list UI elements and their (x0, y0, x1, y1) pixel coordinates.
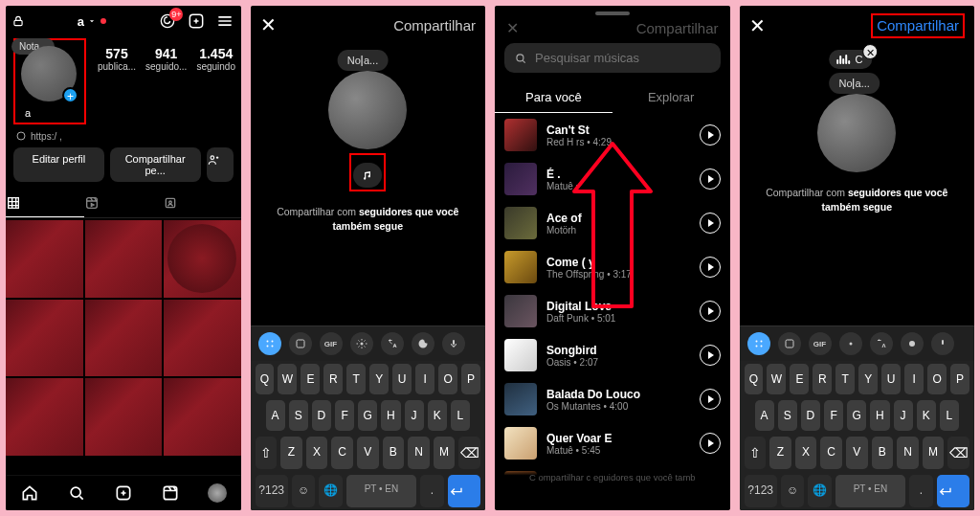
stat-followers[interactable]: 941 seguido... (145, 46, 187, 72)
post-thumb[interactable] (164, 378, 241, 456)
kbd-gif-icon[interactable]: GIF (320, 332, 343, 355)
post-thumb[interactable] (6, 300, 83, 377)
post-thumb[interactable] (85, 220, 163, 298)
tab-tagged[interactable] (163, 190, 241, 217)
share-audience-label[interactable]: Compartilhar com seguidores que você tam… (251, 195, 486, 242)
kbd-sticker-icon[interactable] (778, 332, 801, 355)
kbd-translate-icon[interactable] (381, 332, 404, 355)
song-row[interactable]: Balada Do LoucoOs Mutantes • 4:00 (495, 377, 730, 421)
play-icon[interactable] (700, 124, 721, 146)
nav-profile-avatar[interactable] (208, 483, 227, 503)
song-row[interactable]: Digital LoveDaft Punk • 5:01 (495, 289, 730, 333)
play-icon[interactable] (700, 433, 721, 454)
key-e[interactable]: E (301, 364, 320, 394)
music-search-field[interactable] (504, 43, 721, 73)
nav-home-icon[interactable] (20, 483, 39, 503)
username-dropdown[interactable]: a (78, 14, 106, 29)
key-g[interactable]: G (847, 400, 866, 431)
song-row[interactable]: Ace ofMotörh (495, 201, 730, 245)
stat-posts[interactable]: 575 publica... (98, 46, 136, 72)
note-input-bubble[interactable]: Noa... (829, 73, 879, 94)
share-profile-button[interactable]: Compartilhar pe... (110, 147, 201, 182)
key-w[interactable]: W (278, 364, 297, 394)
post-thumb[interactable] (164, 300, 241, 377)
key-z[interactable]: Z (280, 437, 302, 469)
key-n[interactable]: N (408, 437, 430, 469)
key-f[interactable]: F (824, 400, 843, 431)
add-music-button[interactable] (353, 163, 382, 188)
key-enter[interactable] (448, 475, 480, 507)
key-numbers[interactable]: ?123 (745, 475, 777, 507)
key-w[interactable]: W (767, 364, 786, 394)
stat-following[interactable]: 1.454 seguindo (196, 46, 235, 72)
key-a[interactable]: A (755, 400, 774, 431)
nav-search-icon[interactable] (67, 483, 86, 503)
play-icon[interactable] (700, 168, 721, 190)
key-backspace[interactable]: ⌫ (458, 437, 480, 469)
key-n[interactable]: N (897, 437, 919, 469)
key-l[interactable]: L (940, 400, 959, 431)
nav-create-icon[interactable] (114, 483, 133, 503)
key-x[interactable]: X (795, 437, 817, 469)
key-y[interactable]: Y (369, 364, 389, 394)
key-shift[interactable]: ⇧ (745, 437, 767, 469)
key-f[interactable]: F (335, 400, 354, 431)
sheet-handle[interactable] (595, 11, 630, 15)
key-r[interactable]: R (813, 364, 832, 394)
key-a[interactable]: A (266, 400, 285, 431)
key-s[interactable]: S (778, 400, 797, 431)
key-p[interactable]: P (461, 364, 480, 394)
key-j[interactable]: J (405, 400, 424, 431)
key-period[interactable]: . (420, 475, 443, 507)
tab-reels[interactable] (84, 190, 163, 217)
key-q[interactable]: Q (745, 364, 764, 394)
post-thumb[interactable] (6, 220, 83, 298)
post-thumb[interactable] (85, 300, 163, 377)
key-q[interactable]: Q (256, 364, 275, 394)
tab-explore[interactable]: Explorar (612, 82, 730, 113)
discover-people-button[interactable] (207, 147, 234, 182)
post-thumb[interactable] (164, 220, 241, 298)
play-icon[interactable] (700, 389, 721, 410)
menu-icon[interactable] (215, 11, 234, 31)
key-y[interactable]: Y (858, 364, 878, 394)
kbd-theme-icon[interactable] (412, 332, 434, 355)
key-backspace[interactable]: ⌫ (947, 437, 969, 469)
kbd-settings-icon[interactable] (350, 332, 373, 355)
share-button[interactable]: Compartilhar (877, 17, 959, 34)
share-audience-label[interactable]: Compartilhar com seguidores que você tam… (740, 176, 975, 223)
close-icon[interactable]: ✕ (260, 13, 277, 36)
key-j[interactable]: J (894, 400, 913, 431)
close-icon[interactable]: ✕ (749, 14, 766, 37)
tab-for-you[interactable]: Para você (495, 82, 612, 113)
key-v[interactable]: V (846, 437, 868, 469)
song-row[interactable]: Come ( yThe Offspring • 3:17 (495, 245, 730, 289)
key-i[interactable]: I (415, 364, 434, 394)
create-post-icon[interactable] (187, 11, 206, 31)
kbd-sticker-icon[interactable] (289, 332, 312, 355)
key-t[interactable]: T (835, 364, 855, 394)
nav-reels-icon[interactable] (161, 483, 180, 503)
key-c[interactable]: C (331, 437, 353, 469)
selected-song-chip[interactable]: C ✕ (829, 50, 872, 69)
key-globe[interactable]: 🌐 (808, 475, 831, 507)
tab-grid[interactable] (6, 190, 84, 217)
kbd-settings-icon[interactable] (839, 332, 862, 355)
key-t[interactable]: T (346, 364, 366, 394)
key-k[interactable]: K (917, 400, 936, 431)
key-s[interactable]: S (289, 400, 308, 431)
post-thumb[interactable] (85, 378, 163, 456)
close-icon[interactable]: ✕ (506, 19, 519, 37)
key-c[interactable]: C (820, 437, 842, 469)
key-globe[interactable]: 🌐 (319, 475, 342, 507)
key-l[interactable]: L (451, 400, 470, 431)
key-v[interactable]: V (357, 437, 379, 469)
key-emoji[interactable]: ☺ (292, 475, 315, 507)
key-shift[interactable]: ⇧ (256, 437, 278, 469)
kbd-translate-icon[interactable] (870, 332, 893, 355)
play-icon[interactable] (700, 301, 721, 322)
remove-song-icon[interactable]: ✕ (862, 44, 878, 59)
key-space[interactable]: PT • EN (346, 475, 416, 507)
key-x[interactable]: X (306, 437, 328, 469)
key-d[interactable]: D (312, 400, 331, 431)
